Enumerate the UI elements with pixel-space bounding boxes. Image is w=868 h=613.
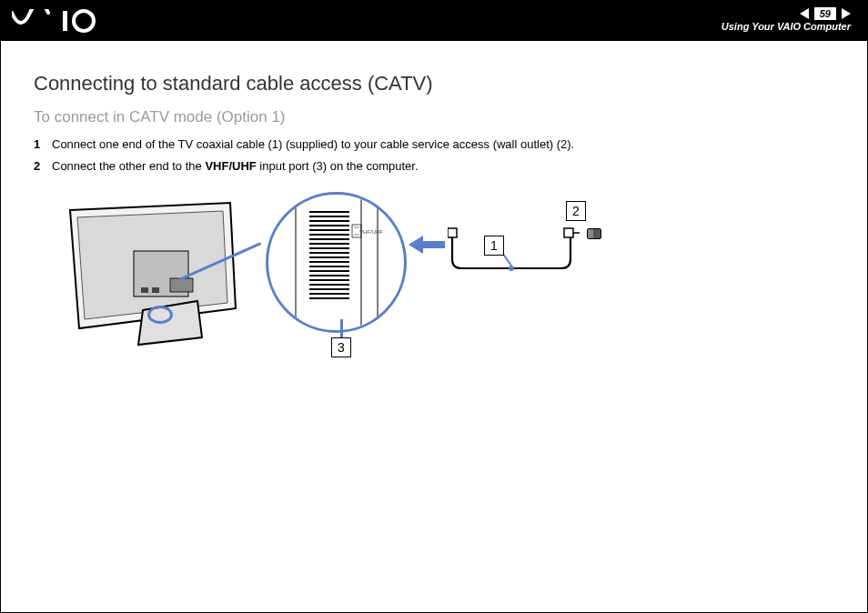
step-2-text-a: Connect the other end to the (52, 159, 205, 173)
step-list: Connect one end of the TV coaxial cable … (34, 136, 842, 176)
svg-rect-7 (141, 287, 148, 293)
section-title: Using Your VAIO Computer (722, 21, 851, 33)
page-nav: 59 (800, 7, 851, 20)
vent-grill (303, 211, 356, 311)
vaio-logo (12, 9, 112, 33)
step-1-text: Connect one end of the TV coaxial cable … (52, 137, 574, 151)
header-bar: 59 Using Your VAIO Computer (1, 1, 867, 41)
page-number: 59 (814, 7, 836, 20)
svg-rect-6 (170, 278, 193, 292)
callout-1: 1 (484, 236, 504, 256)
zoom-detail: VHF/UHF (266, 192, 407, 333)
page-title: Connecting to standard cable access (CAT… (34, 72, 842, 95)
page-content: Connecting to standard cable access (CAT… (1, 41, 867, 356)
next-page-arrow-icon[interactable] (842, 8, 851, 19)
svg-rect-17 (564, 228, 573, 237)
callout-3-line (340, 319, 343, 337)
port-label: VHF/UHF (359, 229, 383, 235)
svg-point-1 (74, 11, 94, 31)
step-2: Connect the other end to the VHF/UHF inp… (34, 157, 842, 176)
computer-back-illustration (61, 201, 243, 347)
prev-page-arrow-icon[interactable] (800, 8, 809, 19)
svg-rect-8 (152, 287, 159, 293)
step-2-text-b: input port (3) on the computer. (257, 159, 419, 173)
svg-rect-15 (448, 228, 457, 237)
step-2-bold: VHF/UHF (205, 159, 256, 173)
header-right: 59 Using Your VAIO Computer (722, 7, 851, 33)
svg-rect-0 (63, 11, 67, 31)
svg-point-19 (509, 266, 514, 271)
callout-3: 3 (331, 337, 351, 357)
step-1: Connect one end of the TV coaxial cable … (34, 136, 842, 154)
connection-diagram: VHF/UHF 1 2 3 (61, 192, 643, 356)
coax-cable (448, 221, 580, 276)
wall-outlet-icon (587, 228, 601, 239)
callout-2: 2 (566, 201, 586, 221)
page-subtitle: To connect in CATV mode (Option 1) (34, 108, 842, 126)
insert-arrow-icon (409, 237, 445, 252)
